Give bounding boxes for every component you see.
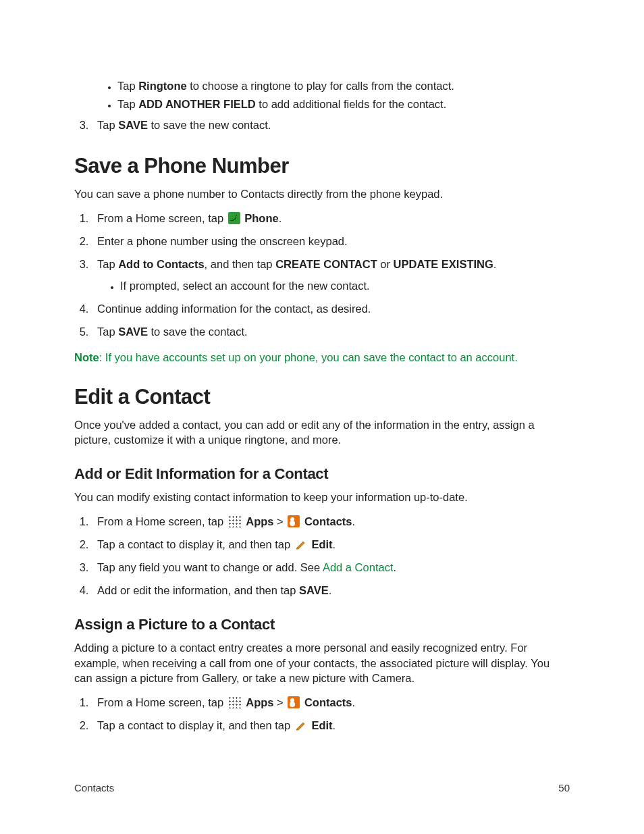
add-field-bullet: Tap ADD ANOTHER FIELD to add additional …: [117, 98, 570, 111]
step-continue-info: Continue adding information for the cont…: [92, 301, 570, 317]
bold-text: UPDATE EXISTING: [394, 258, 493, 270]
bold-text: Edit: [311, 538, 332, 550]
bold-text: Apps: [246, 696, 273, 708]
step-tap-field: Tap any field you want to change or add.…: [92, 560, 570, 576]
text: Tap a contact to display it, and then ta…: [97, 719, 294, 731]
step-tap-save: Tap SAVE to save the contact.: [92, 324, 570, 340]
step-apps-contacts: From a Home screen, tap Apps > Contacts.: [92, 514, 570, 530]
text: or: [377, 258, 394, 270]
intro-save-phone-number: You can save a phone number to Contacts …: [74, 186, 570, 201]
text: to choose a ringtone to play for calls f…: [187, 80, 454, 92]
text: .: [352, 515, 356, 527]
substep-account: If prompted, select an account for the n…: [120, 278, 570, 294]
heading-assign-picture: Assign a Picture to a Contact: [74, 616, 570, 633]
step-tap-phone: From a Home screen, tap Phone.: [92, 211, 570, 227]
step-apps-contacts-2: From a Home screen, tap Apps > Contacts.: [92, 695, 570, 711]
text: , and then tap: [205, 258, 276, 270]
link-add-a-contact[interactable]: Add a Contact: [323, 561, 394, 573]
heading-add-edit-info: Add or Edit Information for a Contact: [74, 465, 570, 483]
bold-text: Contacts: [304, 515, 352, 527]
contacts-icon: [288, 515, 300, 527]
note-text: : If you have accounts set up on your ph…: [99, 351, 518, 363]
text: .: [493, 258, 497, 270]
text: .: [329, 584, 332, 596]
bold-text: Contacts: [304, 696, 352, 708]
apps-grid-icon: [228, 696, 242, 708]
note-label: Note: [74, 351, 99, 363]
text: Tap: [97, 119, 118, 131]
text: Tap: [97, 325, 118, 338]
text: Tap any field you want to change or add.…: [97, 561, 323, 573]
step-save-edit: Add or edit the information, and then ta…: [92, 583, 570, 599]
text: .: [333, 719, 336, 731]
intro-edit-contact: Once you've added a contact, you can add…: [74, 417, 570, 448]
text: From a Home screen, tap: [97, 212, 227, 224]
pencil-icon: [295, 538, 307, 550]
ringtone-bullet: Tap Ringtone to choose a ringtone to pla…: [117, 80, 570, 93]
note-accounts: Note: If you have accounts set up on you…: [74, 350, 570, 365]
save-steps-continued: Tap SAVE to save the new contact.: [74, 118, 570, 134]
step-save: Tap SAVE to save the new contact.: [92, 118, 570, 134]
text: .: [352, 696, 356, 708]
contacts-icon: [288, 696, 300, 708]
page-footer: Contacts 50: [74, 782, 570, 793]
text: From a Home screen, tap: [97, 515, 227, 527]
bold-text: Phone: [244, 212, 278, 224]
bold-text: CREATE CONTACT: [275, 258, 377, 270]
substeps: If prompted, select an account for the n…: [97, 278, 570, 294]
text: to add additional fields for the contact…: [256, 98, 447, 110]
bold-text: Add to Contacts: [118, 258, 204, 270]
footer-section: Contacts: [74, 782, 114, 793]
bold-text: SAVE: [299, 584, 329, 596]
bold-text: ADD ANOTHER FIELD: [138, 98, 256, 110]
heading-edit-contact: Edit a Contact: [74, 385, 570, 409]
field-options-list: Tap Ringtone to choose a ringtone to pla…: [95, 80, 570, 111]
document-page: Tap Ringtone to choose a ringtone to pla…: [0, 0, 644, 834]
assign-picture-steps: From a Home screen, tap Apps > Contacts.…: [74, 695, 570, 734]
step-add-to-contacts: Tap Add to Contacts, and then tap CREATE…: [92, 257, 570, 294]
bold-text: SAVE: [118, 325, 148, 338]
save-phone-steps: From a Home screen, tap Phone. Enter a p…: [74, 211, 570, 340]
phone-icon: [228, 212, 240, 224]
text: From a Home screen, tap: [97, 696, 227, 708]
step-tap-edit-2: Tap a contact to display it, and then ta…: [92, 718, 570, 734]
step-enter-number: Enter a phone number using the onscreen …: [92, 234, 570, 250]
separator: >: [274, 515, 287, 527]
footer-page-number: 50: [558, 782, 570, 793]
bold-text: SAVE: [118, 119, 148, 131]
add-edit-steps: From a Home screen, tap Apps > Contacts.…: [74, 514, 570, 599]
text: Tap: [97, 258, 118, 270]
heading-save-phone-number: Save a Phone Number: [74, 154, 570, 178]
separator: >: [274, 696, 287, 708]
text: .: [393, 561, 396, 573]
apps-grid-icon: [228, 515, 242, 527]
bold-text: Ringtone: [138, 80, 187, 92]
text: Tap: [117, 98, 138, 110]
text: Add or edit the information, and then ta…: [97, 584, 299, 596]
text: .: [279, 212, 282, 224]
bold-text: Edit: [311, 719, 332, 731]
text: to save the new contact.: [148, 119, 271, 131]
text: Tap: [117, 80, 138, 92]
text: to save the contact.: [148, 325, 248, 338]
intro-add-edit-info: You can modify existing contact informat…: [74, 490, 570, 504]
text: .: [333, 538, 336, 550]
step-tap-edit: Tap a contact to display it, and then ta…: [92, 537, 570, 553]
intro-assign-picture: Adding a picture to a contact entry crea…: [74, 640, 570, 685]
pencil-icon: [295, 719, 307, 731]
bold-text: Apps: [246, 515, 273, 527]
text: Tap a contact to display it, and then ta…: [97, 538, 294, 550]
